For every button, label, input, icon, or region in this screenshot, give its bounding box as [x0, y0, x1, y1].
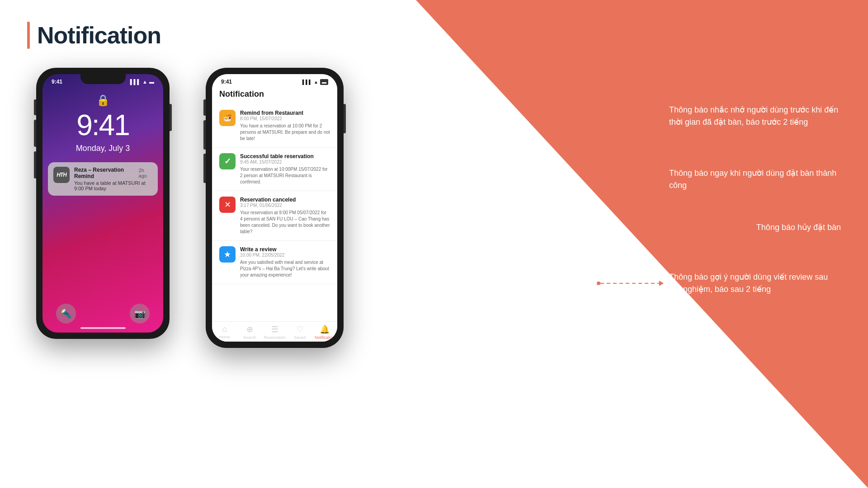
- lock-notification-banner: HTH Reza – Reservation Remind 2h ago You…: [48, 162, 158, 196]
- notif-content-1: Remind from Restaurant 8:00 PM, 15/07/20…: [240, 110, 330, 142]
- notif-body-1: You have a reservation at 10:00 PM for 2…: [240, 123, 330, 142]
- reservation-tab-icon: ☰: [271, 324, 278, 334]
- notif-content-3: Reservation canceled 3:17 PM, 01/06/2022…: [240, 197, 330, 235]
- ann1-dashed: [600, 116, 659, 117]
- notif-item-1[interactable]: 🍜 Remind from Restaurant 8:00 PM, 15/07/…: [212, 104, 337, 148]
- ann1-dot: [597, 114, 600, 118]
- lock-notif-content: Reza – Reservation Remind 2h ago You hav…: [74, 167, 152, 191]
- ann2-dashed: [600, 179, 659, 180]
- phone1-bottom-bar: 🔦 📷: [42, 304, 163, 324]
- phone2-volume-up-button: [203, 120, 206, 150]
- phone1-power-button: [170, 104, 172, 131]
- tab-search[interactable]: ⊕ Search: [237, 324, 262, 340]
- notif-time-4: 10:00 PM, 22/05/2022: [240, 253, 330, 258]
- notif-body-2: Your reservation at 10:00PM 15/07/2022 f…: [240, 166, 330, 185]
- notif-item-4[interactable]: ★ Write a review 10:00 PM, 22/05/2022 Ar…: [212, 241, 337, 284]
- page-title: Notification: [37, 22, 161, 49]
- ann1-line: [597, 113, 664, 119]
- phone1-lockscreen: 9:41 ▌▌▌ ▲ ▬ 🔒 9:41 Monday, July 3 HTH: [36, 68, 170, 339]
- ann4-dashed: [600, 283, 659, 284]
- ann3-dashed: [688, 227, 746, 228]
- ann1-text: Thông báo nhắc nhở người dùng trước khi …: [669, 104, 841, 128]
- lock-date-display: Monday, July 3: [42, 144, 163, 153]
- annotation-4: Thông báo gợi ý người dùng viết review s…: [597, 271, 841, 296]
- lock-notif-time: 2h ago: [139, 168, 152, 178]
- home-tab-label: Home: [219, 335, 230, 339]
- tab-home[interactable]: ⌂ Home: [212, 324, 237, 340]
- ann4-line: [597, 281, 664, 286]
- phone2-silent-button: [203, 99, 206, 116]
- lock-notif-app-icon: HTH: [53, 167, 70, 183]
- lock-notif-header: Reza – Reservation Remind 2h ago: [74, 167, 152, 179]
- saved-tab-label: Saved: [294, 335, 306, 340]
- page-title-section: Notification: [27, 22, 161, 49]
- notif-title-3: Reservation canceled: [240, 197, 330, 203]
- notif-item-3[interactable]: ✕ Reservation canceled 3:17 PM, 01/06/20…: [212, 191, 337, 241]
- phone1-volume-up-button: [34, 120, 36, 147]
- search-tab-label: Search: [243, 335, 256, 340]
- app-header-title: Notification: [219, 89, 330, 99]
- notif-title-2: Successful table reservation: [240, 153, 330, 160]
- phone1-silent-button: [34, 99, 36, 115]
- phone2-volume-down-button: [203, 154, 206, 183]
- phone2-time: 9:41: [221, 79, 232, 85]
- phone1-status-icons: ▌▌▌ ▲ ▬: [130, 79, 154, 84]
- signal-icon: ▌▌▌: [130, 79, 141, 84]
- annotation-3: Thông báo hủy đặt bàn: [684, 221, 841, 234]
- notif-icon-3: ✕: [219, 197, 236, 213]
- camera-icon: 📷: [130, 304, 150, 324]
- lock-icon: 🔒: [42, 94, 163, 107]
- wifi-icon2: ▲: [314, 80, 318, 84]
- annotation-2: Thông báo ngay khi người dùng đặt bàn th…: [597, 167, 841, 192]
- phone2-power-button: [344, 104, 346, 133]
- ann4-arrow: [659, 281, 664, 286]
- ann4-dot: [597, 282, 600, 285]
- phone2-screen: 9:41 ▌▌▌ ▲ ▬ Notification 🍜: [212, 74, 337, 342]
- notification-tab-icon: 🔔: [320, 324, 330, 334]
- ann3-text: Thông báo hủy đặt bàn: [756, 221, 841, 234]
- notification-tab-label: Notification: [315, 335, 335, 340]
- lock-notif-body: You have a table at MATSURI at 9:00 PM t…: [74, 180, 152, 191]
- battery-icon2: ▬: [320, 79, 328, 85]
- phones-area: 9:41 ▌▌▌ ▲ ▬ 🔒 9:41 Monday, July 3 HTH: [36, 68, 344, 348]
- tab-saved[interactable]: ♡ Saved: [287, 324, 312, 340]
- signal-icon2: ▌▌▌: [302, 80, 312, 84]
- notif-time-1: 8:00 PM, 15/07/2022: [240, 116, 330, 121]
- notif-content-4: Write a review 10:00 PM, 22/05/2022 Are …: [240, 246, 330, 278]
- notif-title-1: Remind from Restaurant: [240, 110, 330, 116]
- phone2-app: 9:41 ▌▌▌ ▲ ▬ Notification 🍜: [206, 68, 344, 348]
- notif-content-2: Successful table reservation 9:45 AM, 15…: [240, 153, 330, 185]
- phone1-notch: [80, 74, 126, 84]
- page-content: Notification 9:41 ▌▌▌ ▲ ▬: [0, 0, 868, 488]
- title-accent-bar: [27, 22, 30, 49]
- phone1-screen: 9:41 ▌▌▌ ▲ ▬ 🔒 9:41 Monday, July 3 HTH: [42, 74, 163, 333]
- tab-notification[interactable]: 🔔 Notification: [312, 324, 337, 340]
- home-tab-icon: ⌂: [222, 324, 227, 334]
- battery-icon: ▬: [149, 79, 154, 84]
- flashlight-icon: 🔦: [56, 304, 76, 324]
- notif-item-2[interactable]: ✓ Successful table reservation 9:45 AM, …: [212, 148, 337, 191]
- phone1-volume-down-button: [34, 151, 36, 178]
- ann2-arrow: [659, 177, 664, 182]
- lock-time-display: 9:41: [42, 108, 163, 142]
- notif-time-2: 9:45 AM, 15/07/2022: [240, 160, 330, 164]
- phone1-home-indicator: [80, 327, 126, 329]
- tab-bar: ⌂ Home ⊕ Search ☰ Reservation ♡ Saved: [212, 321, 337, 342]
- notif-icon-1: 🍜: [219, 110, 236, 126]
- ann2-text: Thông báo ngay khi người dùng đặt bàn th…: [669, 167, 841, 192]
- ann1-arrow: [659, 113, 664, 119]
- notif-icon-4: ★: [219, 246, 236, 263]
- notification-list: 🍜 Remind from Restaurant 8:00 PM, 15/07/…: [212, 104, 337, 321]
- lock-notif-title: Reza – Reservation Remind: [74, 167, 139, 179]
- tab-reservation[interactable]: ☰ Reservation: [262, 324, 287, 340]
- notif-body-3: Your reservation at 9:00 PM 05/07/2022 f…: [240, 210, 330, 235]
- phone2-status-bar: 9:41 ▌▌▌ ▲ ▬: [212, 74, 337, 85]
- annotation-1: Thông báo nhắc nhở người dùng trước khi …: [597, 104, 841, 128]
- app-header: Notification: [212, 85, 337, 104]
- ann2-line: [597, 177, 664, 182]
- notif-icon-2: ✓: [219, 153, 236, 169]
- notif-time-3: 3:17 PM, 01/06/2022: [240, 203, 330, 208]
- ann3-line: [684, 225, 751, 230]
- search-tab-icon: ⊕: [246, 324, 253, 334]
- ann4-text: Thông báo gợi ý người dùng viết review s…: [669, 271, 841, 296]
